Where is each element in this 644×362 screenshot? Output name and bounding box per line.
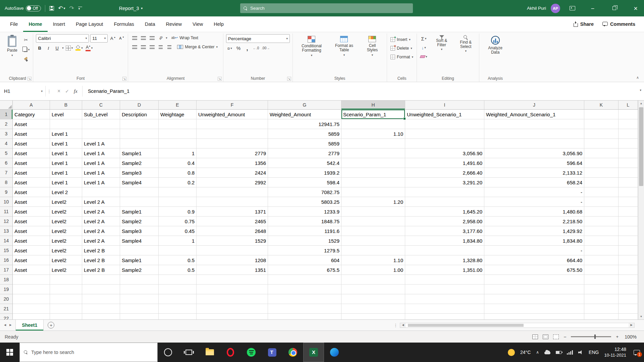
- weather-icon[interactable]: [508, 349, 515, 356]
- cell-C14[interactable]: Level 2 A: [82, 236, 120, 246]
- cell-B6[interactable]: Level 1: [50, 158, 82, 168]
- cell-L17[interactable]: [619, 265, 638, 275]
- cell-J11[interactable]: 1,480.68: [484, 207, 584, 217]
- cell-A9[interactable]: Asset: [13, 187, 50, 197]
- cell-G11[interactable]: 1233.9: [268, 207, 341, 217]
- row-header-4[interactable]: 4: [0, 139, 13, 148]
- cell-A16[interactable]: Asset: [13, 255, 50, 265]
- cell-I11[interactable]: 1,645.20: [405, 207, 484, 217]
- cell-J13[interactable]: 1,429.92: [484, 226, 584, 236]
- zoom-out-button[interactable]: [564, 335, 566, 339]
- cell-I19[interactable]: [405, 285, 484, 294]
- cell-L11[interactable]: [619, 207, 638, 217]
- cell-H15[interactable]: [341, 246, 405, 255]
- copy-button[interactable]: [22, 46, 31, 53]
- cell-I8[interactable]: 3,291.20: [405, 178, 484, 187]
- row-header-19[interactable]: 19: [0, 285, 13, 294]
- scroll-up-button[interactable]: [638, 101, 644, 106]
- cell-B8[interactable]: Level 1: [50, 178, 82, 187]
- cell-I7[interactable]: 2,666.40: [405, 168, 484, 178]
- cell-E22[interactable]: [159, 314, 197, 319]
- opera-button[interactable]: [220, 343, 241, 362]
- cell-F5[interactable]: 2779: [197, 148, 268, 158]
- row-header-14[interactable]: 14: [0, 236, 13, 246]
- analyze-data-button[interactable]: Analyze Data: [482, 34, 509, 75]
- cell-E14[interactable]: 1: [159, 236, 197, 246]
- network-icon[interactable]: [567, 350, 573, 355]
- font-size-combo[interactable]: 11: [90, 34, 108, 43]
- cell-B16[interactable]: Level2: [50, 255, 82, 265]
- cell-K14[interactable]: [584, 236, 619, 246]
- taskbar-search[interactable]: [19, 343, 158, 362]
- format-as-table-button[interactable]: Format as Table: [330, 34, 359, 75]
- cell-G4[interactable]: 5859: [268, 139, 341, 148]
- cell-I10[interactable]: [405, 197, 484, 207]
- cell-L22[interactable]: [619, 314, 638, 319]
- cell-F20[interactable]: [197, 294, 268, 304]
- row-header-1[interactable]: 1: [0, 110, 13, 119]
- cell-G7[interactable]: 1939.2: [268, 168, 341, 178]
- cell-J10[interactable]: -: [484, 197, 584, 207]
- cell-D2[interactable]: [120, 119, 159, 129]
- new-sheet-button[interactable]: [48, 322, 54, 328]
- cell-B10[interactable]: Level2: [50, 197, 82, 207]
- cell-E16[interactable]: 0.5: [159, 255, 197, 265]
- cell-E2[interactable]: [159, 119, 197, 129]
- cell-I9[interactable]: [405, 187, 484, 197]
- cell-B17[interactable]: Level2: [50, 265, 82, 275]
- cell-E19[interactable]: [159, 285, 197, 294]
- cell-B7[interactable]: Level 1: [50, 168, 82, 178]
- scroll-down-button[interactable]: [638, 314, 644, 319]
- font-color-button[interactable]: [85, 44, 94, 52]
- column-header-C[interactable]: C: [82, 101, 120, 110]
- formula-input[interactable]: Scenario_Param_1: [83, 88, 644, 94]
- cell-L16[interactable]: [619, 255, 638, 265]
- cell-A8[interactable]: Asset: [13, 178, 50, 187]
- cell-A3[interactable]: Asset: [13, 129, 50, 139]
- chrome-button[interactable]: [282, 343, 303, 362]
- cell-D10[interactable]: [120, 197, 159, 207]
- zoom-slider[interactable]: [571, 336, 611, 337]
- cell-I3[interactable]: [405, 129, 484, 139]
- cell-A2[interactable]: Asset: [13, 119, 50, 129]
- vertical-scrollbar[interactable]: [638, 101, 644, 319]
- cell-C22[interactable]: [82, 314, 120, 319]
- cell-C9[interactable]: [82, 187, 120, 197]
- cell-C15[interactable]: Level 2 B: [82, 246, 120, 255]
- clock[interactable]: 12:48 10-11-2021: [604, 347, 626, 358]
- increase-indent-button[interactable]: [166, 43, 173, 51]
- menu-tab-help[interactable]: Help: [208, 16, 229, 32]
- previous-sheet-button[interactable]: [4, 324, 6, 326]
- cell-F8[interactable]: 2992: [197, 178, 268, 187]
- cell-I5[interactable]: 3,056.90: [405, 148, 484, 158]
- cell-E17[interactable]: 0.5: [159, 265, 197, 275]
- cell-I15[interactable]: [405, 246, 484, 255]
- cell-G1[interactable]: Weighted_Amount: [268, 110, 341, 119]
- cell-A14[interactable]: Asset: [13, 236, 50, 246]
- zoom-slider-thumb[interactable]: [594, 335, 596, 339]
- cell-E8[interactable]: 0.2: [159, 178, 197, 187]
- column-header-H[interactable]: H: [341, 101, 405, 110]
- cell-D21[interactable]: [120, 304, 159, 314]
- cell-K11[interactable]: [584, 207, 619, 217]
- start-button[interactable]: [0, 343, 19, 362]
- cell-C6[interactable]: Level 1 A: [82, 158, 120, 168]
- cell-L4[interactable]: [619, 139, 638, 148]
- cell-C10[interactable]: Level 2 A: [82, 197, 120, 207]
- cell-G13[interactable]: 1191.6: [268, 226, 341, 236]
- cell-G3[interactable]: 5859: [268, 129, 341, 139]
- cell-H21[interactable]: [341, 304, 405, 314]
- name-box[interactable]: H1: [0, 82, 45, 100]
- align-center-button[interactable]: [140, 43, 147, 51]
- cell-styles-button[interactable]: Cell Styles: [361, 34, 384, 75]
- cell-H10[interactable]: 1.20: [341, 197, 405, 207]
- number-format-combo[interactable]: Percentage: [226, 34, 290, 43]
- cell-B9[interactable]: Level 2: [50, 187, 82, 197]
- cell-D7[interactable]: Sample3: [120, 168, 159, 178]
- row-header-22[interactable]: 22: [0, 314, 13, 319]
- menu-tab-file[interactable]: File: [5, 16, 23, 32]
- cell-C12[interactable]: Level 2 A: [82, 217, 120, 226]
- cell-K4[interactable]: [584, 139, 619, 148]
- battery-icon[interactable]: [556, 351, 561, 354]
- align-top-button[interactable]: [131, 34, 138, 42]
